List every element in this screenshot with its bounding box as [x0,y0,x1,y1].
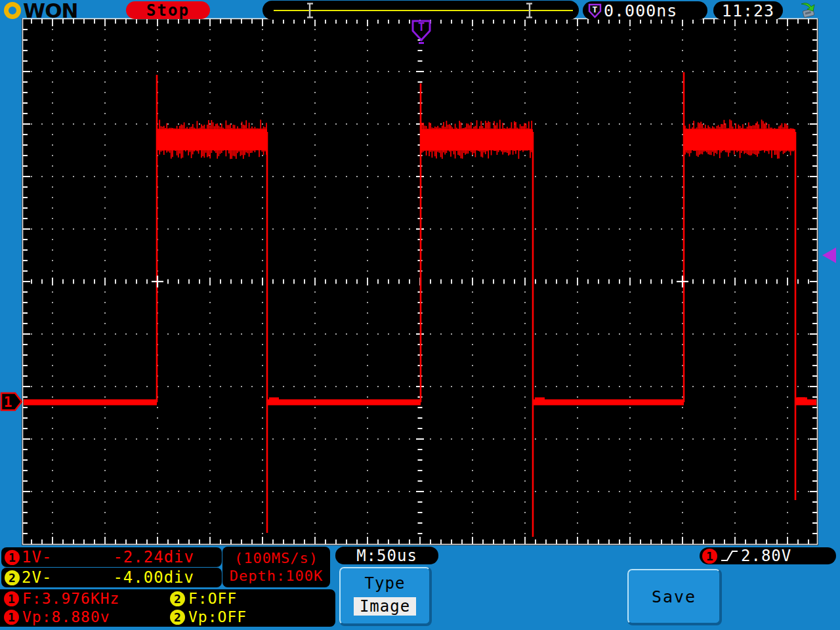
measurement-panel: 1 F:3.976KHz 2 F:OFF 1 Vp:8.880v 2 Vp:OF… [0,589,335,627]
owon-logo: WON [4,1,78,20]
meas-ch1-freq-value: F:3.976KHz [22,590,119,607]
clock: 11:23 [713,1,783,20]
ch1-position-marker[interactable]: 1 [0,390,26,414]
trigger-offset-value: 0.000ns [604,1,677,20]
horizontal-position-slider[interactable]: T [262,1,579,20]
trigger-t-shield-icon: T [587,3,602,19]
ch2-readout-bar: 2 2V- -4.00div [1,568,222,587]
timebase-value: M:50us [356,547,417,565]
usb-save-icon [799,1,817,20]
meas-ch2-freq: 2 F:OFF [170,590,335,607]
ch2-badge: 2 [170,591,185,606]
ch1-badge: 1 [5,550,20,565]
meas-ch2-vp-value: Vp:OFF [188,608,247,625]
ch1-scale: 1V- [22,548,52,566]
meas-ch2-vp: 2 Vp:OFF [170,608,335,625]
trigger-level-readout: 1 2.80V [700,547,836,564]
timebase-readout[interactable]: M:50us [335,547,438,564]
sample-rate: (100MS/s) [234,550,318,566]
trigger-level-arrow[interactable] [822,247,836,263]
meas-ch1-vp: 1 Vp:8.880v [4,608,170,625]
ch1-badge: 1 [4,591,19,606]
rising-edge-icon [719,548,740,564]
save-button[interactable]: Save [627,569,721,624]
trigger-shield-tick [419,42,424,44]
ch1-flag-label: 1 [4,394,12,410]
trigger-shield-label: T [418,20,425,33]
meas-ch2-freq-value: F:OFF [188,590,237,607]
run-state-label: Stop [146,1,190,20]
type-button-label: Type [365,574,406,593]
save-type-button[interactable]: Type Image [339,567,430,625]
memory-window-bar [262,1,579,20]
meas-ch1-vp-value: Vp:8.880v [22,608,110,625]
acquire-readout: (100MS/s) Depth:100K [222,547,330,587]
ch1-position: -2.24div [113,548,194,566]
owon-logo-o-icon [4,2,21,19]
oscilloscope-screen: { "colors": { "bg_blue": "#1583c9", "but… [0,0,840,630]
trigger-offset-readout: T 0.000ns [583,1,707,20]
meas-ch1-freq: 1 F:3.976KHz [4,590,170,607]
ch2-position: -4.00div [113,568,194,587]
ch1-badge: 1 [4,610,19,625]
ch2-scale: 2V- [22,568,52,587]
ch2-badge: 2 [170,610,185,625]
clock-value: 11:23 [722,1,774,20]
trigger-level-value: 2.80V [741,547,791,565]
trigger-t-shield-label: T [593,4,598,14]
scope-display [0,0,840,630]
run-stop-indicator[interactable]: Stop [126,1,210,19]
owon-logo-text: WON [23,2,78,19]
trigger-position-marker[interactable]: T [410,20,432,45]
memory-depth: Depth:100K [230,568,323,584]
ch2-badge: 2 [5,570,20,585]
type-button-value: Image [354,597,416,616]
trigger-source-badge: 1 [702,549,717,564]
ch1-readout-bar: 1 1V- -2.24div [1,547,222,567]
save-button-label: Save [652,587,696,606]
